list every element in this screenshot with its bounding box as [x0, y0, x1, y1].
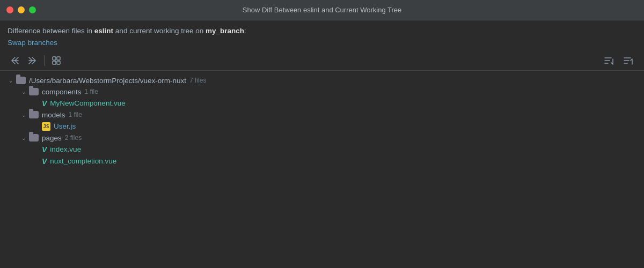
branch1-name: eslint: [94, 27, 113, 35]
branch2-name: my_branch: [206, 27, 244, 35]
svg-rect-2: [53, 61, 56, 64]
toolbar-divider: [44, 55, 45, 66]
description-middle: and current working tree on: [113, 27, 206, 35]
my-new-component-filename: MyNewComponent.vue: [50, 99, 125, 107]
collapse-icon: [27, 56, 37, 65]
vue-icon: V: [42, 157, 47, 166]
sort-desc-icon: [604, 56, 614, 65]
root-file-count: 7 files: [189, 77, 206, 84]
minimize-button[interactable]: [18, 6, 25, 13]
svg-rect-0: [53, 57, 56, 60]
root-folder-path: /Users/barbara/WebstormProjects/vuex-orm…: [29, 77, 186, 85]
swap-branches-link[interactable]: Swap branches: [8, 38, 57, 48]
collapse-button[interactable]: [25, 54, 40, 67]
expand-button[interactable]: [8, 54, 23, 67]
index-vue-item[interactable]: V index.vue: [0, 144, 644, 155]
group-icon: [52, 56, 61, 65]
index-vue-filename: index.vue: [50, 145, 81, 153]
sort-desc-button[interactable]: [601, 54, 617, 67]
user-js-filename: User.js: [54, 122, 76, 130]
components-folder-item[interactable]: ⌄ components 1 file: [0, 86, 644, 98]
folder-icon: [29, 134, 39, 142]
toolbar-left: [8, 54, 64, 67]
folder-icon: [29, 111, 39, 118]
window-controls[interactable]: [6, 6, 36, 13]
info-bar: Difference between files in eslint and c…: [0, 20, 644, 51]
folder-icon: [29, 88, 39, 95]
chevron-down-icon: ⌄: [20, 89, 27, 95]
models-folder-item[interactable]: ⌄ models 1 file: [0, 109, 644, 121]
sort-asc-icon: [623, 56, 634, 65]
user-js-item[interactable]: JS User.js: [0, 121, 644, 132]
vue-icon: V: [42, 99, 47, 108]
expand-icon: [10, 56, 20, 65]
components-file-count: 1 file: [85, 88, 98, 95]
my-new-component-item[interactable]: V MyNewComponent.vue: [0, 98, 644, 109]
toolbar: [0, 51, 644, 71]
description-end: :: [244, 27, 246, 35]
close-button[interactable]: [6, 6, 13, 13]
models-folder-name: models: [42, 111, 65, 119]
file-tree: ⌄ /Users/barbara/WebstormProjects/vuex-o…: [0, 71, 644, 172]
nuxt-completion-vue-item[interactable]: V nuxt_completion.vue: [0, 155, 644, 167]
chevron-down-icon: ⌄: [8, 78, 14, 84]
pages-file-count: 2 files: [65, 134, 82, 142]
svg-rect-1: [57, 57, 60, 60]
vue-icon: V: [42, 145, 47, 154]
chevron-down-icon: ⌄: [20, 135, 27, 141]
sort-asc-button[interactable]: [620, 54, 636, 67]
folder-icon: [16, 77, 26, 84]
pages-folder-item[interactable]: ⌄ pages 2 files: [0, 132, 644, 144]
description-start: Difference between files in: [8, 27, 94, 35]
maximize-button[interactable]: [29, 6, 36, 13]
title-bar: Show Diff Between eslint and Current Wor…: [0, 0, 644, 20]
toolbar-right: [601, 54, 636, 67]
components-folder-name: components: [42, 88, 82, 96]
js-icon: JS: [42, 122, 50, 131]
models-file-count: 1 file: [69, 111, 82, 118]
root-folder-item[interactable]: ⌄ /Users/barbara/WebstormProjects/vuex-o…: [0, 75, 644, 86]
svg-rect-3: [57, 61, 60, 64]
group-button[interactable]: [49, 54, 64, 67]
pages-folder-name: pages: [42, 134, 62, 142]
chevron-down-icon: ⌄: [20, 112, 27, 118]
nuxt-completion-vue-filename: nuxt_completion.vue: [50, 157, 116, 165]
window-title: Show Diff Between eslint and Current Wor…: [243, 6, 402, 14]
